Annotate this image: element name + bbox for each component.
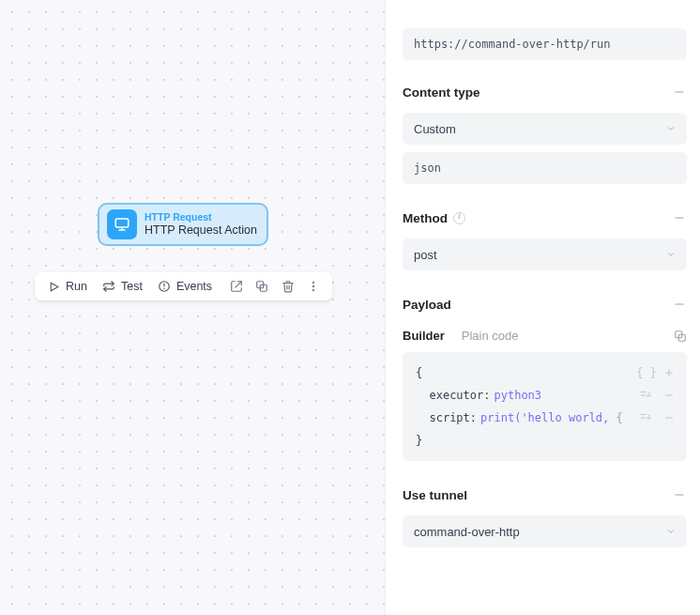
svg-point-10 <box>312 285 314 287</box>
section-title-method: Method <box>403 211 448 225</box>
copy-icon[interactable] <box>674 330 687 343</box>
content-type-select[interactable]: Custom <box>403 113 687 145</box>
test-button[interactable]: Test <box>97 276 148 297</box>
properties-panel: https://command-over-http/run Content ty… <box>385 0 700 615</box>
svg-text:A: A <box>647 414 652 422</box>
remove-icon[interactable] <box>662 411 676 424</box>
content-subtype-value: json <box>414 161 441 175</box>
method-value: post <box>414 248 437 262</box>
code-brace-close: } <box>416 429 422 452</box>
svg-point-11 <box>312 289 314 291</box>
payload-val-script: print('hello world, <box>480 411 609 424</box>
collapse-icon[interactable] <box>672 297 687 312</box>
collapse-icon[interactable] <box>672 85 687 100</box>
content-subtype-input[interactable]: json <box>403 152 687 184</box>
svg-rect-0 <box>115 219 129 227</box>
add-icon[interactable] <box>662 366 676 379</box>
node-title: HTTP Request Action <box>145 223 257 238</box>
payload-key-script: script <box>429 411 469 424</box>
tunnel-select[interactable]: command-over-http <box>403 515 687 547</box>
braces-icon[interactable]: { } <box>640 366 653 379</box>
more-icon[interactable] <box>303 276 325 297</box>
info-icon[interactable] <box>453 212 465 224</box>
payload-code-builder[interactable]: { { } executor:python3 A <box>403 352 687 461</box>
run-button[interactable]: Run <box>42 276 93 297</box>
monitor-icon <box>107 209 137 239</box>
payload-key-executor: executor <box>429 389 483 402</box>
payload-val-script-extra: { <box>609 411 622 424</box>
events-label: Events <box>176 280 212 293</box>
run-label: Run <box>66 280 87 293</box>
tunnel-value: command-over-http <box>414 525 520 539</box>
trash-icon[interactable] <box>277 276 298 297</box>
chevron-down-icon <box>666 525 676 539</box>
method-select[interactable]: post <box>403 238 687 270</box>
url-input[interactable]: https://command-over-http/run <box>403 28 687 60</box>
text-format-icon[interactable]: A <box>640 411 653 424</box>
node-toolbar: Run Test Events <box>35 272 332 300</box>
url-value: https://command-over-http/run <box>414 38 611 51</box>
svg-marker-3 <box>51 283 58 291</box>
svg-point-9 <box>312 282 314 284</box>
section-title-tunnel: Use tunnel <box>403 488 467 502</box>
chevron-down-icon <box>666 122 676 136</box>
content-type-value: Custom <box>414 122 456 136</box>
node-http-request[interactable]: HTTP Request HTTP Request Action <box>98 203 268 246</box>
workflow-canvas[interactable]: HTTP Request HTTP Request Action Run Tes… <box>0 0 385 615</box>
node-type-label: HTTP Request <box>145 211 257 223</box>
open-external-icon[interactable] <box>225 276 247 297</box>
chevron-down-icon <box>666 248 676 262</box>
remove-icon[interactable] <box>662 389 676 402</box>
section-title-payload: Payload <box>403 298 451 312</box>
events-button[interactable]: Events <box>152 276 218 297</box>
tab-plain-code[interactable]: Plain code <box>462 329 519 343</box>
svg-text:A: A <box>647 392 652 399</box>
copy-icon[interactable] <box>251 276 273 297</box>
code-brace-open: { <box>416 361 422 384</box>
section-title-content-type: Content type <box>403 85 480 100</box>
payload-val-executor: python3 <box>494 389 541 402</box>
text-format-icon[interactable]: A <box>640 389 653 402</box>
test-label: Test <box>121 280 143 293</box>
collapse-icon[interactable] <box>672 210 687 225</box>
tab-builder[interactable]: Builder <box>403 329 445 343</box>
collapse-icon[interactable] <box>672 487 687 502</box>
payload-tabs: Builder Plain code <box>403 329 687 343</box>
